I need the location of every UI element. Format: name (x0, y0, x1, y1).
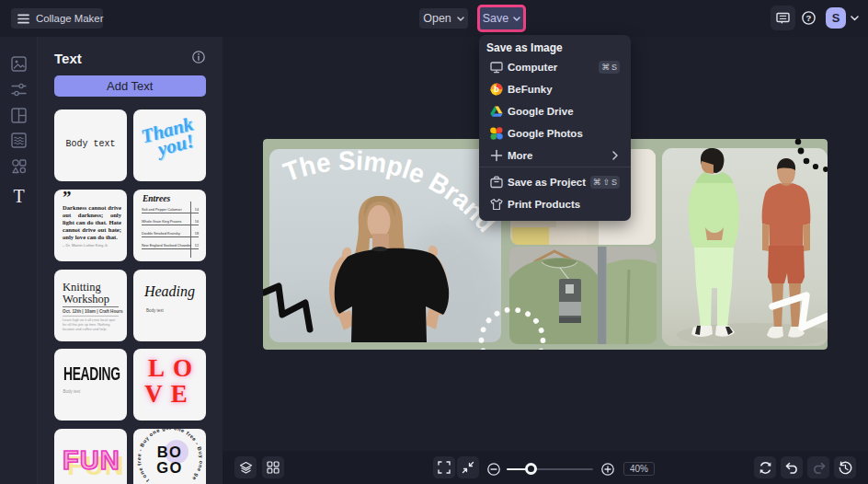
svg-text:b: b (494, 84, 499, 94)
svg-text:GO: GO (156, 459, 183, 476)
svg-text:?: ? (806, 13, 812, 23)
svg-text:BO: BO (157, 444, 183, 460)
